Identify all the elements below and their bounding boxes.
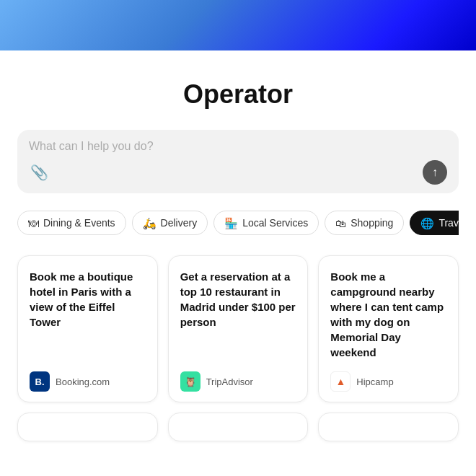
card-partial-1 [17,413,158,441]
category-label-shopping: Shopping [351,217,393,229]
card-text-2: Book me a campground nearby where I can … [330,269,446,360]
card-2[interactable]: Book me a campground nearby where I can … [318,255,459,402]
send-icon: ↑ [432,166,438,179]
card-1[interactable]: Get a reservation at a top 10 restaurant… [168,255,309,402]
send-button[interactable]: ↑ [423,160,447,185]
card-footer-2: ▲ Hipcamp [330,371,446,392]
category-chip-delivery[interactable]: 🛵 Delivery [132,211,208,235]
cards-grid: Book me a boutique hotel in Paris with a… [17,255,459,402]
category-label-travel: Travel [438,217,459,229]
category-icon-local: 🏪 [224,218,238,229]
category-chip-shopping[interactable]: 🛍 Shopping [325,211,404,235]
card-text-0: Book me a boutique hotel in Paris with a… [30,269,146,360]
category-chip-dining[interactable]: 🍽 Dining & Events [17,211,126,235]
page-title: Operator [183,79,293,110]
search-box: 📎 ↑ [17,130,459,193]
card-text-1: Get a reservation at a top 10 restaurant… [180,269,296,360]
category-chip-travel[interactable]: 🌐 Travel [410,211,459,235]
service-name-0: Booking.com [56,376,110,387]
service-name-2: Hipcamp [356,376,393,387]
category-icon-delivery: 🛵 [143,218,157,229]
category-label-local: Local Services [242,217,308,229]
category-label-delivery: Delivery [161,217,198,229]
service-logo-0: B. [30,371,50,392]
category-icon-dining: 🍽 [28,218,39,229]
card-partial-2 [168,413,309,441]
service-logo-1: 🦉 [180,371,200,392]
search-input[interactable] [29,140,447,153]
cards-bottom [17,413,459,441]
category-label-dining: Dining & Events [43,217,115,229]
category-icon-travel: 🌐 [420,218,434,229]
attach-button[interactable]: 📎 [29,164,50,181]
service-logo-2: ▲ [330,371,351,392]
card-0[interactable]: Book me a boutique hotel in Paris with a… [17,255,158,402]
card-partial-3 [318,413,459,441]
card-footer-0: B. Booking.com [30,371,146,392]
category-icon-shopping: 🛍 [335,218,346,229]
header-gradient [0,0,476,50]
card-footer-1: 🦉 TripAdvisor [180,371,296,392]
categories-bar: 🍽 Dining & Events 🛵 Delivery 🏪 Local Ser… [17,211,459,238]
category-chip-local[interactable]: 🏪 Local Services [213,211,319,235]
service-name-1: TripAdvisor [206,376,253,387]
